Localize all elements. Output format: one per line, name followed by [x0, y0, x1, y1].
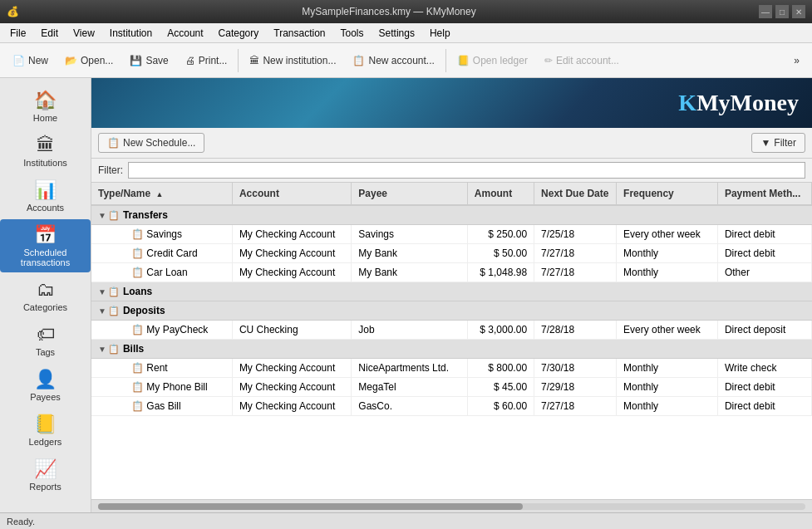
menu-help[interactable]: Help	[423, 26, 457, 41]
categories-icon: 🗂	[37, 279, 55, 301]
new-schedule-icon: 📋	[107, 137, 120, 149]
group-label: Deposits	[123, 305, 165, 316]
cell-amount: $ 250.00	[467, 225, 534, 244]
sidebar-item-home[interactable]: 🏠 Home	[0, 85, 91, 128]
table-row[interactable]: 📋 My Phone Bill My Checking Account Mega…	[91, 378, 812, 397]
close-button[interactable]: ✕	[792, 5, 805, 18]
sidebar-item-ledgers[interactable]: 📒 Ledgers	[0, 409, 91, 452]
sidebar-item-accounts[interactable]: 📊 Accounts	[0, 174, 91, 218]
window-title: MySampleFinances.kmy — KMyMoney	[19, 6, 759, 17]
group-icon: 📋	[108, 306, 120, 316]
table-row[interactable]: 📋 Rent My Checking Account NiceApartment…	[91, 359, 812, 378]
row-icon: 📋	[131, 228, 144, 240]
group-icon: 📋	[108, 344, 120, 354]
cell-name: 📋 Rent	[91, 359, 232, 378]
cell-amount: $ 1,048.98	[467, 263, 534, 282]
filter-input[interactable]	[128, 162, 805, 179]
filter-button[interactable]: ▼ Filter	[751, 133, 805, 153]
cell-amount: $ 800.00	[467, 359, 534, 378]
sidebar-item-scheduled-transactions[interactable]: 📅 Scheduled transactions	[0, 219, 91, 272]
col-header-frequency[interactable]: Frequency	[617, 183, 718, 205]
table-row[interactable]: 📋 Car Loan My Checking Account My Bank $…	[91, 263, 812, 282]
app-icon: 💰	[7, 6, 19, 17]
table-row[interactable]: 📋 My PayCheck CU Checking Job $ 3,000.00…	[91, 321, 812, 340]
cell-duedate: 7/27/18	[534, 263, 617, 282]
menu-tools[interactable]: Tools	[334, 26, 371, 41]
sidebar-item-categories-label: Categories	[23, 302, 67, 312]
horizontal-scrollbar[interactable]	[91, 499, 812, 512]
col-header-account[interactable]: Account	[232, 183, 351, 205]
print-icon: 🖨	[185, 55, 195, 66]
cell-payee: NiceApartments Ltd.	[352, 359, 467, 378]
menu-account[interactable]: Account	[160, 26, 209, 41]
col-header-duedate[interactable]: Next Due Date	[534, 183, 617, 205]
cell-account: My Checking Account	[232, 397, 351, 416]
new-schedule-button[interactable]: 📋 New Schedule...	[98, 133, 204, 153]
row-icon: 📋	[131, 247, 144, 259]
sidebar-item-reports[interactable]: 📈 Reports	[0, 453, 91, 497]
table-row[interactable]: 📋 Credit Card My Checking Account My Ban…	[91, 244, 812, 263]
open-ledger-button[interactable]: 📒 Open ledger	[450, 51, 535, 71]
sidebar-item-institutions[interactable]: 🏛 Institutions	[0, 130, 91, 173]
content-area: KMyMoney 📋 New Schedule... ▼ Filter Filt…	[91, 78, 812, 512]
cell-frequency: Monthly	[617, 359, 718, 378]
col-header-typename[interactable]: Type/Name ▲	[91, 183, 232, 205]
group-row-deposits[interactable]: ▼📋Deposits	[91, 301, 812, 321]
cell-payee: GasCo.	[352, 397, 467, 416]
sidebar-item-tags[interactable]: 🏷 Tags	[0, 319, 91, 362]
print-button[interactable]: 🖨 Print...	[178, 51, 235, 71]
scrollbar-thumb[interactable]	[98, 503, 523, 510]
group-label: Transfers	[123, 209, 168, 221]
scrollbar-track[interactable]	[98, 503, 805, 510]
menu-file[interactable]: File	[3, 26, 32, 41]
table-row[interactable]: 📋 Savings My Checking Account Savings $ …	[91, 225, 812, 244]
toolbar-separator-1	[238, 49, 239, 72]
new-institution-button[interactable]: 🏛 New institution...	[242, 51, 343, 71]
minimize-button[interactable]: —	[759, 5, 772, 18]
schedules-toolbar: 📋 New Schedule... ▼ Filter	[91, 128, 812, 159]
menu-transaction[interactable]: Transaction	[267, 26, 332, 41]
menu-view[interactable]: View	[66, 26, 101, 41]
menu-edit[interactable]: Edit	[34, 26, 65, 41]
expand-arrow[interactable]: ▼	[98, 287, 106, 296]
save-icon: 💾	[130, 55, 142, 66]
cell-duedate: 7/28/18	[534, 321, 617, 340]
new-button[interactable]: 📄 New	[5, 51, 56, 71]
reports-icon: 📈	[34, 458, 57, 480]
group-label: Loans	[123, 286, 152, 297]
col-header-payee[interactable]: Payee	[352, 183, 467, 205]
sidebar-item-scheduled-label: Scheduled transactions	[3, 247, 87, 267]
menu-settings[interactable]: Settings	[372, 26, 421, 41]
edit-account-button[interactable]: ✏ Edit account...	[537, 51, 627, 71]
new-account-button[interactable]: 📋 New account...	[345, 51, 441, 71]
group-row-transfers[interactable]: ▼📋Transfers	[91, 205, 812, 225]
cell-frequency: Every other week	[617, 321, 718, 340]
cell-name: 📋 Credit Card	[91, 244, 232, 263]
menu-institution[interactable]: Institution	[103, 26, 159, 41]
cell-name: 📋 My PayCheck	[91, 321, 232, 340]
save-button[interactable]: 💾 Save	[122, 51, 175, 71]
menu-category[interactable]: Category	[212, 26, 266, 41]
more-button[interactable]: »	[786, 51, 807, 71]
group-icon: 📋	[108, 287, 120, 296]
cell-frequency: Monthly	[617, 397, 718, 416]
col-header-payment[interactable]: Payment Meth...	[717, 183, 811, 205]
sidebar-item-payees[interactable]: 👤 Payees	[0, 364, 91, 407]
main-layout: 🏠 Home 🏛 Institutions 📊 Accounts 📅 Sched…	[0, 78, 812, 512]
group-row-loans[interactable]: ▼📋Loans	[91, 282, 812, 301]
open-button[interactable]: 📂 Open...	[57, 51, 121, 71]
row-icon: 📋	[131, 381, 144, 393]
row-icon: 📋	[131, 324, 144, 336]
sidebar-item-categories[interactable]: 🗂 Categories	[0, 274, 91, 317]
cell-payee: My Bank	[352, 263, 467, 282]
cell-account: My Checking Account	[232, 225, 351, 244]
expand-arrow[interactable]: ▼	[98, 211, 106, 220]
expand-arrow[interactable]: ▼	[98, 306, 106, 316]
cell-payment: Direct debit	[717, 225, 811, 244]
group-row-bills[interactable]: ▼📋Bills	[91, 340, 812, 359]
table-container[interactable]: Type/Name ▲ Account Payee Amount	[91, 183, 812, 499]
maximize-button[interactable]: □	[775, 5, 789, 18]
expand-arrow[interactable]: ▼	[98, 345, 106, 354]
table-row[interactable]: 📋 Gas Bill My Checking Account GasCo. $ …	[91, 397, 812, 416]
col-header-amount[interactable]: Amount	[467, 183, 534, 205]
